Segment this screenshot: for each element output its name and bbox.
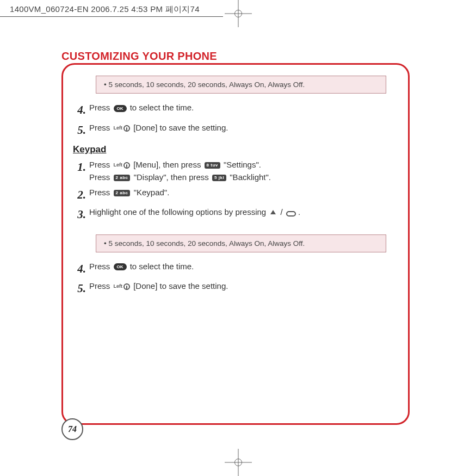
page-number-badge: 74 — [61, 418, 83, 440]
text: Press — [89, 103, 113, 112]
text: "Settings". — [224, 160, 261, 169]
text: "Backlight". — [230, 172, 271, 182]
header-underline — [0, 16, 223, 17]
left-label: Left — [114, 125, 123, 132]
key-2-icon: 2 abc — [114, 175, 131, 181]
registration-mark-top — [230, 5, 246, 22]
step-number: 5. — [73, 280, 89, 298]
nav-down-icon — [286, 209, 295, 216]
registration-mark-bottom — [230, 454, 246, 471]
steps-block-b: 1. Press Left [Menu], then press 8 tuv "… — [73, 158, 386, 224]
steps-block-c: 4. Press OK to select the time. 5. Press… — [73, 260, 386, 298]
step-body: Highlight one of the following options b… — [89, 206, 386, 218]
step-number: 5. — [73, 121, 89, 139]
text: to select the time. — [130, 262, 194, 271]
section-keypad: Keypad — [73, 144, 408, 155]
text: to select the time. — [130, 103, 194, 112]
left-softkey-icon: Left — [114, 162, 131, 169]
ok-key-icon: OK — [114, 263, 127, 270]
left-softkey-icon: Left — [114, 283, 131, 290]
text: Press — [89, 160, 113, 169]
text: / — [281, 207, 285, 217]
step-4b: 4. Press OK to select the time. — [73, 260, 386, 278]
options-note-2: • 5 seconds, 10 seconds, 20 seconds, Alw… — [96, 234, 386, 252]
step-body: Press Left [Menu], then press 8 tuv "Set… — [89, 158, 386, 184]
text: "Display", then press — [134, 172, 211, 182]
options-note-1: • 5 seconds, 10 seconds, 20 seconds, Alw… — [96, 76, 386, 94]
step-number: 1. — [73, 158, 89, 176]
left-label: Left — [114, 283, 123, 290]
ok-key-icon: OK — [114, 105, 127, 112]
step-number: 4. — [73, 101, 89, 119]
text: [Done] to save the setting. — [133, 123, 228, 132]
step-body: Press Left [Done] to save the setting. — [89, 280, 386, 292]
text: Press — [89, 281, 113, 290]
text: Highlight one of the following options b… — [89, 207, 268, 217]
step-number: 2. — [73, 186, 89, 204]
steps-block-a: 4. Press OK to select the time. 5. Press… — [73, 101, 386, 139]
nav-up-icon — [269, 209, 277, 217]
step-5a: 5. Press Left [Done] to save the setting… — [73, 121, 386, 139]
text: Press — [89, 262, 113, 271]
step-body: Press Left [Done] to save the setting. — [89, 121, 386, 134]
step-number: 4. — [73, 260, 89, 278]
text: [Done] to save the setting. — [133, 281, 228, 290]
step-body: Press 2 abc "Keypad". — [89, 186, 386, 199]
step-body: Press OK to select the time. — [89, 260, 386, 273]
left-label: Left — [114, 162, 123, 169]
step-3: 3. Highlight one of the following option… — [73, 206, 386, 224]
step-4a: 4. Press OK to select the time. — [73, 101, 386, 119]
step-body: Press OK to select the time. — [89, 101, 386, 114]
content-frame: • 5 seconds, 10 seconds, 20 seconds, Alw… — [61, 63, 410, 425]
step-number: 3. — [73, 206, 89, 224]
key-2-icon: 2 abc — [114, 190, 131, 196]
text: "Keypad". — [134, 188, 170, 197]
text: Press — [89, 172, 113, 182]
text: Press — [89, 123, 113, 132]
step-2: 2. Press 2 abc "Keypad". — [73, 186, 386, 204]
text: [Menu], then press — [133, 160, 203, 169]
page-title: CUSTOMIZING YOUR PHONE — [61, 50, 217, 63]
step-5b: 5. Press Left [Done] to save the setting… — [73, 280, 386, 298]
file-stamp: 1400VM_060724-EN 2006.7.25 4:53 PM 페이지74 — [10, 4, 200, 15]
key-5-icon: 5 jkl — [212, 175, 226, 181]
key-8-icon: 8 tuv — [205, 162, 220, 169]
left-softkey-icon: Left — [114, 125, 131, 132]
step-1: 1. Press Left [Menu], then press 8 tuv "… — [73, 158, 386, 184]
text: Press — [89, 188, 113, 197]
text: . — [298, 207, 300, 217]
